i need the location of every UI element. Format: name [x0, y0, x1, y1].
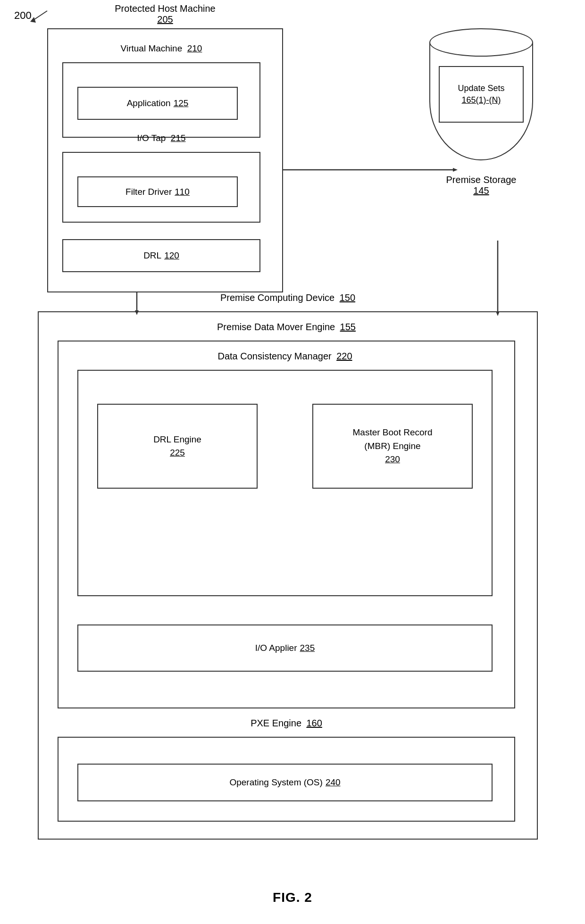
- data-mover-ref: 155: [340, 322, 356, 332]
- update-sets-label: Update Sets 165(1)-(N): [458, 83, 504, 106]
- mbr-engine-ref: 230: [385, 454, 400, 464]
- pxe-engine-ref: 160: [306, 718, 322, 728]
- io-tap-label: I/O Tap 215: [63, 133, 259, 143]
- io-applier-ref: 235: [300, 643, 315, 653]
- premise-computing-box: Premise Computing Device 150 Premise Dat…: [38, 311, 538, 840]
- update-sets-ref: 165(1)-(N): [461, 95, 501, 105]
- drl-ref: 120: [164, 250, 179, 261]
- os-ref: 240: [326, 777, 341, 788]
- filter-driver-box: Filter Driver 110: [77, 176, 238, 207]
- drl-engine-ref: 225: [170, 448, 185, 458]
- io-tap-to-storage-connector-icon: [283, 167, 472, 172]
- svg-marker-3: [453, 168, 458, 172]
- arrow-200-icon: [24, 8, 52, 23]
- drl-box: DRL 120: [62, 239, 260, 272]
- protected-host-label: Protected Host Machine 205: [48, 3, 282, 25]
- data-mover-label: Premise Data Mover Engine 155: [58, 322, 514, 333]
- premise-computing-label: Premise Computing Device 150: [39, 292, 537, 303]
- data-consistency-label: Data Consistency Manager 220: [78, 351, 492, 362]
- vm-ref: 210: [187, 43, 202, 53]
- protected-host-box: Protected Host Machine 205 Virtual Machi…: [47, 28, 283, 292]
- storage-to-computing-connector-icon: [493, 241, 502, 316]
- io-tap-box: I/O Tap 215 Filter Driver 110: [62, 152, 260, 223]
- cylinder-shape: Update Sets 165(1)-(N): [429, 28, 533, 170]
- pxe-engine-box: PXE Engine 160 Operating System (OS) 240: [58, 737, 515, 822]
- mbr-engine-label: Master Boot Record(MBR) Engine 230: [353, 426, 433, 466]
- os-box: Operating System (OS) 240: [77, 764, 493, 801]
- drl-engine-box: DRL Engine 225: [97, 404, 258, 489]
- data-consistency-ref: 220: [336, 351, 352, 361]
- premise-storage-container: Update Sets 165(1)-(N) Premise Storage 1…: [415, 28, 547, 255]
- pxe-engine-label: PXE Engine 160: [58, 718, 514, 729]
- drl-engine-label: DRL Engine 225: [153, 433, 201, 460]
- virtual-machine-label: Virtual Machine 210: [63, 43, 259, 54]
- application-box: Application 125: [77, 87, 238, 120]
- svg-marker-1: [30, 17, 36, 23]
- protected-host-ref: 205: [48, 14, 282, 25]
- update-sets-box: Update Sets 165(1)-(N): [439, 66, 524, 123]
- premise-storage-label: Premise Storage 145: [446, 175, 517, 196]
- premise-computing-ref: 150: [340, 292, 355, 303]
- application-ref: 125: [174, 98, 189, 108]
- svg-line-0: [33, 11, 47, 20]
- filter-driver-ref: 110: [175, 187, 190, 197]
- diagram: 200 Protected Host Machine 205 Virtual M…: [0, 0, 585, 924]
- data-mover-box: Premise Data Mover Engine 155 Data Consi…: [58, 341, 515, 708]
- virtual-machine-box: Virtual Machine 210 Application 125: [62, 62, 260, 138]
- figure-label: FIG. 2: [273, 890, 312, 905]
- premise-storage-ref: 145: [446, 185, 517, 196]
- mbr-engine-box: Master Boot Record(MBR) Engine 230: [312, 404, 473, 489]
- io-applier-box: I/O Applier 235: [77, 624, 493, 672]
- cylinder-top: [429, 28, 533, 57]
- io-tap-ref: 215: [171, 133, 186, 143]
- data-consistency-box: Data Consistency Manager 220 DRL Engine …: [77, 370, 493, 596]
